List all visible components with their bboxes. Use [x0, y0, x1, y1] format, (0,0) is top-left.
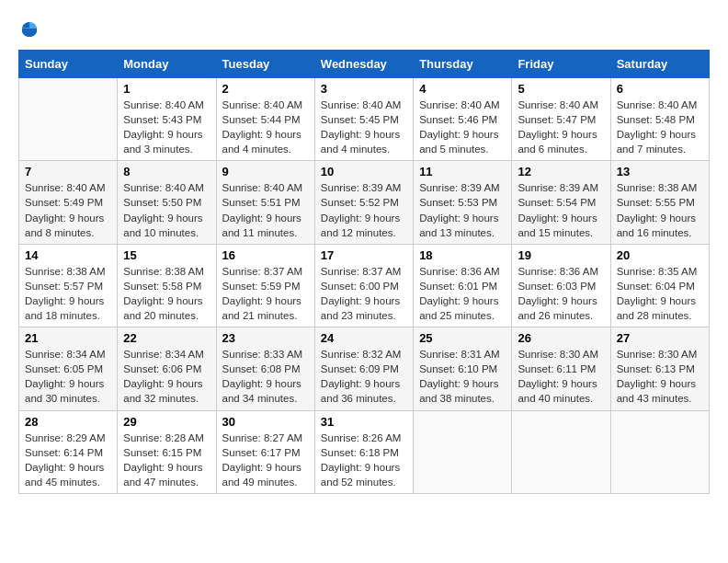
calendar-cell	[19, 78, 118, 161]
calendar-cell: 21Sunrise: 8:34 AMSunset: 6:05 PMDayligh…	[19, 327, 118, 410]
calendar-week-row: 7Sunrise: 8:40 AMSunset: 5:49 PMDaylight…	[19, 161, 710, 244]
day-info: Sunrise: 8:39 AMSunset: 5:53 PMDaylight:…	[419, 180, 506, 239]
day-info: Sunrise: 8:40 AMSunset: 5:49 PMDaylight:…	[25, 180, 111, 239]
day-info: Sunrise: 8:37 AMSunset: 5:59 PMDaylight:…	[222, 264, 309, 323]
day-number: 15	[123, 248, 210, 262]
day-info: Sunrise: 8:36 AMSunset: 6:01 PMDaylight:…	[419, 264, 506, 323]
day-info: Sunrise: 8:38 AMSunset: 5:57 PMDaylight:…	[25, 264, 111, 323]
day-info: Sunrise: 8:26 AMSunset: 6:18 PMDaylight:…	[321, 431, 407, 489]
calendar-cell: 20Sunrise: 8:35 AMSunset: 6:04 PMDayligh…	[610, 244, 709, 327]
header-cell: Wednesday	[314, 51, 413, 78]
day-info: Sunrise: 8:38 AMSunset: 5:58 PMDaylight:…	[123, 264, 210, 323]
day-info: Sunrise: 8:35 AMSunset: 6:04 PMDaylight:…	[617, 264, 703, 323]
header	[18, 18, 710, 40]
day-number: 20	[617, 248, 703, 262]
header-cell: Monday	[118, 51, 216, 78]
calendar-cell: 28Sunrise: 8:29 AMSunset: 6:14 PMDayligh…	[19, 410, 118, 493]
day-info: Sunrise: 8:30 AMSunset: 6:13 PMDaylight:…	[617, 347, 703, 406]
header-cell: Thursday	[414, 51, 512, 78]
calendar-cell: 2Sunrise: 8:40 AMSunset: 5:44 PMDaylight…	[216, 78, 314, 161]
day-info: Sunrise: 8:40 AMSunset: 5:46 PMDaylight:…	[419, 98, 506, 156]
calendar-cell: 31Sunrise: 8:26 AMSunset: 6:18 PMDayligh…	[314, 410, 413, 493]
calendar-cell: 27Sunrise: 8:30 AMSunset: 6:13 PMDayligh…	[610, 327, 709, 410]
day-info: Sunrise: 8:32 AMSunset: 6:09 PMDaylight:…	[321, 347, 407, 406]
calendar-cell	[512, 410, 610, 493]
calendar-week-row: 14Sunrise: 8:38 AMSunset: 5:57 PMDayligh…	[19, 244, 710, 327]
calendar-cell: 8Sunrise: 8:40 AMSunset: 5:50 PMDaylight…	[118, 161, 216, 244]
calendar-cell: 10Sunrise: 8:39 AMSunset: 5:52 PMDayligh…	[314, 161, 413, 244]
calendar-cell: 29Sunrise: 8:28 AMSunset: 6:15 PMDayligh…	[118, 410, 216, 493]
header-row: SundayMondayTuesdayWednesdayThursdayFrid…	[19, 51, 710, 78]
day-number: 17	[321, 248, 407, 262]
day-info: Sunrise: 8:27 AMSunset: 6:17 PMDaylight:…	[222, 431, 309, 489]
day-info: Sunrise: 8:37 AMSunset: 6:00 PMDaylight:…	[321, 264, 407, 323]
calendar-cell: 13Sunrise: 8:38 AMSunset: 5:55 PMDayligh…	[610, 161, 709, 244]
day-number: 4	[419, 82, 506, 96]
day-info: Sunrise: 8:38 AMSunset: 5:55 PMDaylight:…	[617, 180, 703, 239]
day-number: 14	[25, 248, 111, 262]
day-number: 19	[518, 248, 604, 262]
logo	[18, 18, 44, 40]
day-info: Sunrise: 8:29 AMSunset: 6:14 PMDaylight:…	[25, 431, 111, 489]
day-number: 3	[321, 82, 407, 96]
calendar-cell: 3Sunrise: 8:40 AMSunset: 5:45 PMDaylight…	[314, 78, 413, 161]
calendar-cell	[610, 410, 709, 493]
day-info: Sunrise: 8:40 AMSunset: 5:43 PMDaylight:…	[123, 98, 210, 156]
calendar-cell: 12Sunrise: 8:39 AMSunset: 5:54 PMDayligh…	[512, 161, 610, 244]
day-number: 25	[419, 331, 506, 345]
day-number: 23	[222, 331, 309, 345]
calendar-cell: 1Sunrise: 8:40 AMSunset: 5:43 PMDaylight…	[118, 78, 216, 161]
calendar-cell: 4Sunrise: 8:40 AMSunset: 5:46 PMDaylight…	[414, 78, 512, 161]
day-info: Sunrise: 8:40 AMSunset: 5:45 PMDaylight:…	[321, 98, 407, 156]
calendar-cell: 17Sunrise: 8:37 AMSunset: 6:00 PMDayligh…	[314, 244, 413, 327]
calendar-cell: 23Sunrise: 8:33 AMSunset: 6:08 PMDayligh…	[216, 327, 314, 410]
day-info: Sunrise: 8:40 AMSunset: 5:48 PMDaylight:…	[617, 98, 703, 156]
calendar-week-row: 21Sunrise: 8:34 AMSunset: 6:05 PMDayligh…	[19, 327, 710, 410]
header-cell: Sunday	[19, 51, 118, 78]
calendar-cell: 19Sunrise: 8:36 AMSunset: 6:03 PMDayligh…	[512, 244, 610, 327]
calendar-cell: 6Sunrise: 8:40 AMSunset: 5:48 PMDaylight…	[610, 78, 709, 161]
day-number: 1	[123, 82, 210, 96]
header-cell: Tuesday	[216, 51, 314, 78]
day-info: Sunrise: 8:40 AMSunset: 5:50 PMDaylight:…	[123, 180, 210, 239]
calendar-week-row: 1Sunrise: 8:40 AMSunset: 5:43 PMDaylight…	[19, 78, 710, 161]
calendar-cell: 14Sunrise: 8:38 AMSunset: 5:57 PMDayligh…	[19, 244, 118, 327]
calendar-cell: 9Sunrise: 8:40 AMSunset: 5:51 PMDaylight…	[216, 161, 314, 244]
day-number: 21	[25, 331, 111, 345]
day-number: 13	[617, 165, 703, 178]
day-number: 8	[123, 165, 210, 178]
day-number: 11	[419, 165, 506, 178]
day-info: Sunrise: 8:34 AMSunset: 6:06 PMDaylight:…	[123, 347, 210, 406]
calendar-cell: 18Sunrise: 8:36 AMSunset: 6:01 PMDayligh…	[414, 244, 512, 327]
calendar-cell: 7Sunrise: 8:40 AMSunset: 5:49 PMDaylight…	[19, 161, 118, 244]
day-info: Sunrise: 8:40 AMSunset: 5:44 PMDaylight:…	[222, 98, 309, 156]
day-number: 28	[25, 415, 111, 429]
calendar-header: SundayMondayTuesdayWednesdayThursdayFrid…	[19, 51, 710, 78]
day-number: 26	[518, 331, 604, 345]
day-number: 31	[321, 415, 407, 429]
calendar-cell: 25Sunrise: 8:31 AMSunset: 6:10 PMDayligh…	[414, 327, 512, 410]
calendar-cell: 24Sunrise: 8:32 AMSunset: 6:09 PMDayligh…	[314, 327, 413, 410]
day-info: Sunrise: 8:30 AMSunset: 6:11 PMDaylight:…	[518, 347, 604, 406]
day-number: 10	[321, 165, 407, 178]
header-cell: Friday	[512, 51, 610, 78]
day-number: 16	[222, 248, 309, 262]
logo-icon	[18, 18, 40, 40]
day-number: 24	[321, 331, 407, 345]
calendar-body: 1Sunrise: 8:40 AMSunset: 5:43 PMDaylight…	[19, 78, 710, 494]
day-number: 5	[518, 82, 604, 96]
day-number: 2	[222, 82, 309, 96]
calendar-cell	[414, 410, 512, 493]
day-info: Sunrise: 8:36 AMSunset: 6:03 PMDaylight:…	[518, 264, 604, 323]
day-number: 7	[25, 165, 111, 178]
day-info: Sunrise: 8:40 AMSunset: 5:47 PMDaylight:…	[518, 98, 604, 156]
day-number: 9	[222, 165, 309, 178]
day-info: Sunrise: 8:28 AMSunset: 6:15 PMDaylight:…	[123, 431, 210, 489]
calendar-cell: 5Sunrise: 8:40 AMSunset: 5:47 PMDaylight…	[512, 78, 610, 161]
calendar-cell: 22Sunrise: 8:34 AMSunset: 6:06 PMDayligh…	[118, 327, 216, 410]
calendar-cell: 11Sunrise: 8:39 AMSunset: 5:53 PMDayligh…	[414, 161, 512, 244]
day-info: Sunrise: 8:34 AMSunset: 6:05 PMDaylight:…	[25, 347, 111, 406]
calendar-cell: 30Sunrise: 8:27 AMSunset: 6:17 PMDayligh…	[216, 410, 314, 493]
header-cell: Saturday	[610, 51, 709, 78]
day-info: Sunrise: 8:33 AMSunset: 6:08 PMDaylight:…	[222, 347, 309, 406]
